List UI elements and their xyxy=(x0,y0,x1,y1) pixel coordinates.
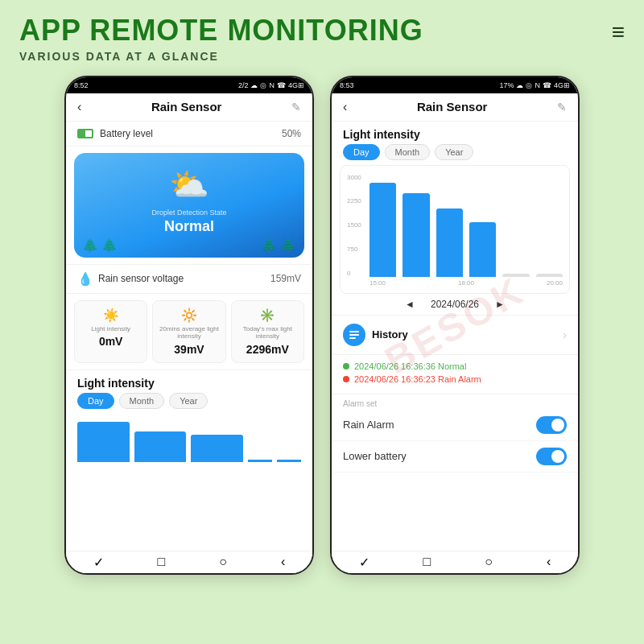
history-left: History xyxy=(343,324,408,346)
history-events: 2024/06/26 16:36:36 Normal 2024/06/26 16… xyxy=(332,355,578,394)
bar-1-0 xyxy=(77,422,130,462)
date-nav: ◄ 2024/06/26 ► xyxy=(332,294,578,316)
page-title: APP REMOTE MONITORING xyxy=(19,14,423,47)
header: APP REMOTE MONITORING VARIOUS DATA AT A … xyxy=(0,0,644,68)
battery-icon xyxy=(77,129,93,138)
alarm-label-0: Rain Alarm xyxy=(343,419,394,431)
rain-alarm-toggle[interactable] xyxy=(536,416,567,434)
bottom-nav-circle[interactable]: ○ xyxy=(219,555,227,569)
nav-title-2: Rain Sensor xyxy=(417,100,488,114)
alarm-row-1: Lower battery xyxy=(332,441,578,473)
battery-alarm-toggle[interactable] xyxy=(536,448,567,465)
tab-day-2[interactable]: Day xyxy=(343,144,380,160)
metric-max-intensity: ✳️ Today's max light intensity 2296mV xyxy=(231,300,304,363)
rain-card-status: Normal xyxy=(85,218,293,235)
section-title-2: Light intensity xyxy=(332,122,578,144)
x-axis-labels: 15:00 18:00 20:00 xyxy=(369,279,563,287)
event-text-0: 2024/06/26 16:36:36 Normal xyxy=(354,361,466,371)
phones-container: 8:52 2/2 ☁ ◎ N ☎ 4G⊞ ‹ Rain Sensor ✎ Bat… xyxy=(0,68,644,583)
history-row[interactable]: History › xyxy=(332,316,578,355)
y-axis-labels: 3000 2250 1500 750 0 xyxy=(347,172,369,287)
metric-value-1: 39mV xyxy=(156,343,221,356)
svg-rect-2 xyxy=(349,337,356,339)
phone-2: 8:53 17% ☁ ◎ N ☎ 4G⊞ ‹ Rain Sensor ✎ Lig… xyxy=(330,76,580,575)
back-button-2[interactable]: ‹ xyxy=(343,100,347,114)
event-dot-1 xyxy=(343,376,349,382)
date-display: 2024/06/26 xyxy=(431,299,479,310)
metric-label-2: Today's max light intensity xyxy=(235,325,300,341)
status-bar-1: 8:52 2/2 ☁ ◎ N ☎ 4G⊞ xyxy=(66,77,312,93)
voltage-row: 💧 Rain sensor voltage 159mV xyxy=(66,264,312,294)
battery-row: Battery level 50% xyxy=(66,122,312,147)
c-bar-2 xyxy=(436,208,463,277)
status-icons-2: 17% ☁ ◎ N ☎ 4G⊞ xyxy=(499,81,570,89)
back-button-1[interactable]: ‹ xyxy=(77,100,81,114)
metric-light-intensity: ☀️ Light intensity 0mV xyxy=(74,300,147,363)
rain-card: ⛅ Droplet Detection State Normal xyxy=(74,153,304,258)
metric-label-0: Light intensity xyxy=(78,325,143,333)
tab-month-1[interactable]: Month xyxy=(119,393,165,409)
voltage-icon: 💧 xyxy=(77,271,93,287)
metric-icon-0: ☀️ xyxy=(78,308,143,323)
bottom-nav-back[interactable]: ‹ xyxy=(281,555,285,569)
event-0: 2024/06/26 16:36:36 Normal xyxy=(343,361,567,371)
mini-chart-1 xyxy=(66,414,312,462)
metrics-grid: ☀️ Light intensity 0mV 🔆 20mins average … xyxy=(66,294,312,370)
metric-icon-2: ✳️ xyxy=(235,308,300,323)
bottom-nav-1: ✓ □ ○ ‹ xyxy=(66,551,312,573)
tab-year-1[interactable]: Year xyxy=(169,393,208,409)
chart-bars-2 xyxy=(369,172,563,277)
top-nav-1: ‹ Rain Sensor ✎ xyxy=(66,93,312,122)
tab-day-1[interactable]: Day xyxy=(77,393,114,409)
bottom-nav2-check[interactable]: ✓ xyxy=(359,555,369,570)
bar-1-4 xyxy=(277,460,301,462)
chart-area-2: 3000 2250 1500 750 0 xyxy=(340,165,570,294)
c-bar-5 xyxy=(536,274,563,277)
battery-value: 50% xyxy=(282,128,301,139)
alarm-row-0: Rain Alarm xyxy=(332,410,578,441)
time-1: 8:52 xyxy=(74,81,89,89)
voltage-label: Rain sensor voltage xyxy=(98,273,184,284)
bottom-nav2-back[interactable]: ‹ xyxy=(547,555,551,569)
bar-1-2 xyxy=(191,435,243,462)
voltage-left: 💧 Rain sensor voltage xyxy=(77,271,184,287)
tab-month-2[interactable]: Month xyxy=(385,144,431,160)
tab-year-2[interactable]: Year xyxy=(435,144,473,160)
event-1: 2024/06/26 16:36:23 Rain Alarm xyxy=(343,374,567,384)
rain-card-sub-label: Droplet Detection State xyxy=(85,208,293,217)
bottom-nav-check[interactable]: ✓ xyxy=(93,555,104,570)
chart-inner: 15:00 18:00 20:00 xyxy=(369,172,563,287)
alarm-label-1: Lower battery xyxy=(343,450,407,462)
time-2: 8:53 xyxy=(340,81,354,89)
event-text-1: 2024/06/26 16:36:23 Rain Alarm xyxy=(354,374,481,384)
rain-card-icon: ⛅ xyxy=(85,166,293,204)
bar-1-1 xyxy=(134,431,187,462)
c-bar-4 xyxy=(502,274,529,277)
tabs-row-2: Day Month Year xyxy=(332,144,578,165)
edit-button-1[interactable]: ✎ xyxy=(291,101,301,114)
bottom-nav2-circle[interactable]: ○ xyxy=(485,555,493,569)
battery-left: Battery level xyxy=(77,128,153,139)
page-subtitle: VARIOUS DATA AT A GLANCE xyxy=(19,50,423,63)
bar-1-3 xyxy=(248,460,272,462)
metric-avg-intensity: 🔆 20mins average light intensity 39mV xyxy=(152,300,225,363)
alarm-set-label: Alarm set xyxy=(332,394,578,410)
edit-button-2[interactable]: ✎ xyxy=(557,101,567,114)
history-icon xyxy=(343,324,365,346)
top-nav-2: ‹ Rain Sensor ✎ xyxy=(332,93,578,122)
status-icons-1: 2/2 ☁ ◎ N ☎ 4G⊞ xyxy=(238,81,304,89)
metric-icon-1: 🔆 xyxy=(156,308,221,323)
menu-icon[interactable]: ≡ xyxy=(612,14,625,43)
date-prev-btn[interactable]: ◄ xyxy=(405,299,415,310)
battery-label: Battery level xyxy=(100,128,153,139)
phone-1: 8:52 2/2 ☁ ◎ N ☎ 4G⊞ ‹ Rain Sensor ✎ Bat… xyxy=(64,76,314,575)
date-next-btn[interactable]: ► xyxy=(495,299,505,310)
bottom-nav2-square[interactable]: □ xyxy=(423,555,431,569)
history-arrow: › xyxy=(563,328,567,341)
c-bar-3 xyxy=(469,222,496,277)
svg-rect-0 xyxy=(349,331,359,332)
section-title-1: Light intensity xyxy=(66,370,312,393)
svg-rect-1 xyxy=(349,334,359,336)
bottom-nav-square[interactable]: □ xyxy=(158,555,166,569)
bottom-nav-2: ✓ □ ○ ‹ xyxy=(332,551,578,573)
